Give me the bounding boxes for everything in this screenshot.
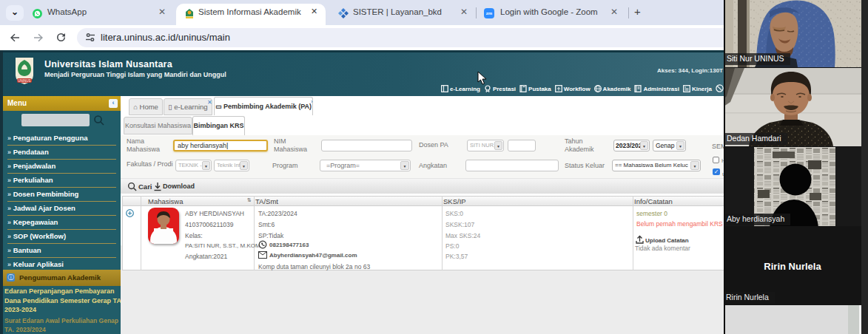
svg-text:UNINUS: UNINUS	[18, 79, 30, 83]
